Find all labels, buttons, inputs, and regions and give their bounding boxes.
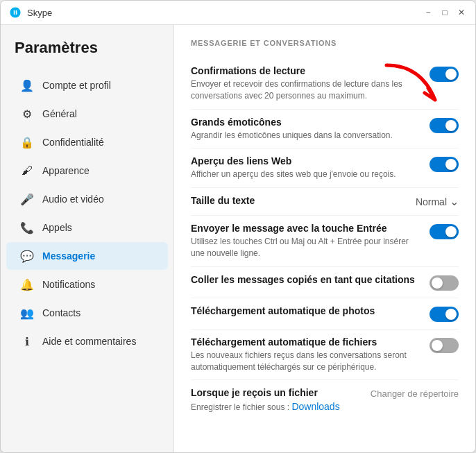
sidebar-item-messagerie[interactable]: 💬Messagerie [6,242,168,270]
toggle-confirmations[interactable] [430,67,459,82]
setting-row-taille: Taille du texteNormal⌄ [191,188,459,216]
setting-control-telechargement_fichiers[interactable] [430,338,459,353]
setting-row-telechargement_fichiers: Téléchargement automatique de fichiersLe… [191,330,459,381]
setting-label-confirmations: Confirmations de lecture [191,65,418,76]
sidebar-label-confidentialite: Confidentialité [42,137,104,148]
sidebar-item-contacts[interactable]: 👥Contacts [6,299,168,327]
toggle-thumb-apercu [445,159,457,170]
toggle-thumb-emoticones [445,120,457,131]
toggle-coller[interactable] [430,275,459,291]
setting-row-apercu: Aperçu des liens WebAfficher un aperçu d… [191,148,459,188]
main-content: MESSAGERIE ET CONVERSATIONS Confirmation… [174,25,475,452]
setting-desc-emoticones: Agrandir les émoticônes uniques dans la … [191,130,418,142]
toggle-thumb-confirmations [445,69,457,80]
setting-row-confirmations: Confirmations de lectureEnvoyer et recev… [191,58,459,110]
sidebar-item-apparence[interactable]: 🖌Apparence [6,157,168,185]
chevron-down-icon: ⌄ [450,196,459,207]
contacts-icon: 👥 [20,306,34,320]
sidebar-item-audio[interactable]: 🎤Audio et vidéo [6,185,168,213]
general-icon: ⚙ [20,107,34,121]
apparence-icon: 🖌 [20,164,34,178]
setting-desc-confirmations: Envoyer et recevoir des confirmations de… [191,78,418,102]
compte-icon: 👤 [20,78,34,92]
sidebar-item-notifications[interactable]: 🔔Notifications [6,271,168,298]
toggle-track-apercu [430,157,459,172]
setting-row-emoticones: Grands émoticônesAgrandir les émoticônes… [191,110,459,149]
setting-text-emoticones: Grands émoticônesAgrandir les émoticônes… [191,117,418,142]
toggle-track-coller [430,275,459,291]
content-area: Paramètres 👤Compte et profil⚙Général🔒Con… [1,25,475,452]
sidebar-item-aide[interactable]: ℹAide et commentaires [6,327,168,355]
sidebar-label-general: Général [42,108,77,119]
sidebar-item-appels[interactable]: 📞Appels [6,214,168,241]
setting-label-taille: Taille du texte [191,195,405,206]
setting-text-confirmations: Confirmations de lectureEnvoyer et recev… [191,65,418,102]
sidebar-label-appels: Appels [42,222,72,233]
setting-control-repertoire[interactable]: Changer de répertoire [371,388,459,399]
setting-control-taille[interactable]: Normal⌄ [416,196,459,207]
setting-control-emoticones[interactable] [430,118,459,133]
minimize-button[interactable]: − [423,7,434,18]
toggle-apercu[interactable] [430,157,459,172]
toggle-track-telechargement_fichiers [430,338,459,353]
toggle-thumb-telechargement_photos [445,309,457,320]
sidebar-item-confidentialite[interactable]: 🔒Confidentialité [6,128,168,156]
sidebar-label-notifications: Notifications [42,279,95,290]
setting-text-telechargement_photos: Téléchargement automatique de photos [191,305,418,318]
setting-label-apercu: Aperçu des liens Web [191,155,418,166]
setting-control-telechargement_photos[interactable] [430,307,459,322]
appels-icon: 📞 [20,221,34,234]
setting-desc-apercu: Afficher un aperçu des sites web que j'e… [191,169,418,180]
sidebar-item-compte[interactable]: 👤Compte et profil [6,71,168,99]
sidebar-label-compte: Compte et profil [42,80,111,91]
toggle-telechargement_fichiers[interactable] [430,338,459,353]
setting-text-telechargement_fichiers: Téléchargement automatique de fichiersLe… [191,336,418,373]
sidebar-label-contacts: Contacts [42,307,80,318]
sidebar-label-audio: Audio et vidéo [42,194,104,205]
sidebar-label-messagerie: Messagerie [42,250,95,262]
dropdown-value-taille: Normal [416,196,447,207]
setting-text-apercu: Aperçu des liens WebAfficher un aperçu d… [191,155,418,180]
section-heading: MESSAGERIE ET CONVERSATIONS [191,39,459,47]
confidentialite-icon: 🔒 [20,135,34,149]
setting-control-envoyer[interactable] [430,224,459,239]
setting-text-coller: Coller les messages copiés en tant que c… [191,274,418,287]
window-controls: − □ ✕ [423,7,467,18]
setting-control-apercu[interactable] [430,157,459,172]
close-button[interactable]: ✕ [456,7,467,18]
setting-text-envoyer: Envoyer le message avec la touche Entrée… [191,223,418,259]
setting-label-telechargement_fichiers: Téléchargement automatique de fichiers [191,336,418,348]
setting-row-envoyer: Envoyer le message avec la touche Entrée… [191,216,459,267]
aide-icon: ℹ [20,334,34,348]
toggle-emoticones[interactable] [430,118,459,133]
notifications-icon: 🔔 [20,277,34,291]
setting-label-telechargement_photos: Téléchargement automatique de photos [191,305,418,316]
toggle-thumb-coller [432,277,443,289]
setting-label-envoyer: Envoyer le message avec la touche Entrée [191,223,418,234]
window-title: Skype [27,8,423,18]
setting-label-coller: Coller les messages copiés en tant que c… [191,274,418,285]
setting-control-confirmations[interactable] [430,67,459,82]
toggle-envoyer[interactable] [430,224,459,239]
setting-desc-repertoire: Enregistrer le fichier sous : Downloads [191,400,359,414]
messagerie-icon: 💬 [20,249,34,263]
setting-row-telechargement_photos: Téléchargement automatique de photos [191,298,459,330]
setting-desc-telechargement_fichiers: Les nouveaux fichiers reçus dans les con… [191,350,418,373]
change-directory-link[interactable]: Changer de répertoire [371,388,459,399]
sidebar-label-apparence: Apparence [42,165,90,176]
setting-row-repertoire: Lorsque je reçois un fichierEnregistrer … [191,380,459,421]
setting-control-coller[interactable] [430,275,459,291]
setting-label-repertoire: Lorsque je reçois un fichier [191,387,359,398]
dropdown-taille[interactable]: Normal⌄ [416,196,459,207]
toggle-telechargement_photos[interactable] [430,307,459,322]
sidebar-item-general[interactable]: ⚙Général [6,100,168,128]
toggle-track-telechargement_photos [430,307,459,322]
downloads-link[interactable]: Downloads [291,401,339,412]
setting-label-emoticones: Grands émoticônes [191,117,418,128]
setting-row-coller: Coller les messages copiés en tant que c… [191,267,459,298]
maximize-button[interactable]: □ [439,7,450,18]
audio-icon: 🎤 [20,192,34,206]
toggle-track-envoyer [430,224,459,239]
app-window: Skype − □ ✕ Paramètres 👤Compte et profil… [0,0,476,453]
app-icon [9,6,22,19]
